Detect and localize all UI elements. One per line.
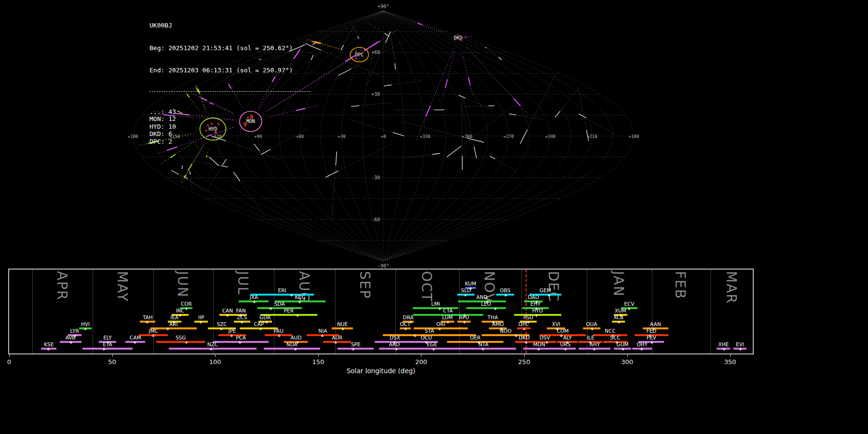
peak-marker: + <box>438 326 441 331</box>
map-meridian <box>383 11 425 261</box>
peak-marker: + <box>482 346 485 352</box>
sporadic-path <box>447 146 461 157</box>
sporadic-path <box>358 36 359 39</box>
peak-marker: + <box>438 306 441 311</box>
count-line: HYD: 10 <box>149 123 311 131</box>
meteor-path <box>364 41 380 51</box>
sporadic-path <box>385 32 390 43</box>
peak-marker: + <box>290 292 293 298</box>
sporadic-path <box>474 147 476 159</box>
peak-marker: + <box>210 346 213 352</box>
peak-marker: + <box>504 292 507 298</box>
map-lat-label: +30 <box>371 92 380 97</box>
month-gridline <box>274 270 274 353</box>
peak-marker: + <box>352 346 354 352</box>
meteor-backtrack <box>462 52 473 95</box>
session-end: End: 20251203 06:13:31 (sol = 250.97°) <box>149 67 311 74</box>
month-label: FEB <box>672 271 688 299</box>
month-gridline <box>32 270 33 353</box>
map-lon-label: +180 <box>128 134 138 139</box>
peak-marker: + <box>515 333 517 338</box>
peak-marker: + <box>102 346 105 352</box>
peak-marker: + <box>545 339 548 345</box>
sporadic-path <box>171 170 179 175</box>
count-line: ...: 43 <box>149 108 311 116</box>
map-lon-label: +270 <box>503 134 514 139</box>
map-lon-label: +180 <box>628 134 639 139</box>
peak-marker: + <box>238 339 241 345</box>
peak-marker: + <box>230 333 233 338</box>
month-label: JAN <box>610 271 626 297</box>
x-tick-mark <box>318 354 319 357</box>
peak-marker: + <box>179 312 182 318</box>
peak-marker: + <box>199 319 202 325</box>
shower-bar <box>466 307 505 309</box>
x-tick-mark <box>730 354 731 357</box>
month-gridline <box>153 270 154 353</box>
map-lon-label: +30 <box>338 134 345 139</box>
sporadic-path <box>326 171 339 177</box>
month-label: MAR <box>723 271 739 304</box>
sporadic-path <box>459 95 465 98</box>
shower-code-label: PER <box>284 308 294 313</box>
meteor-path <box>445 80 447 88</box>
x-tick-label: 300 <box>621 358 633 366</box>
meteor-path <box>468 77 470 85</box>
x-tick-label: 50 <box>108 358 116 366</box>
peak-marker: + <box>447 319 449 325</box>
sporadic-path <box>490 156 495 159</box>
peak-marker: + <box>278 333 281 338</box>
sporadic-path <box>336 151 337 165</box>
sporadic-path <box>393 133 404 136</box>
shower-code-label: FED <box>646 328 656 334</box>
peak-marker: + <box>560 333 563 338</box>
peak-marker: + <box>564 346 567 352</box>
sporadic-path <box>520 130 528 144</box>
meteor-observation-plot: UK00BJ Beg: 20251202 21:53:41 (sol = 250… <box>0 0 868 434</box>
month-gridline <box>93 270 93 353</box>
meteor-path <box>514 98 520 106</box>
session-info: UK00BJ Beg: 20251202 21:53:41 (sol = 250… <box>149 7 311 160</box>
x-tick-mark <box>112 354 113 357</box>
peak-marker: + <box>334 339 337 345</box>
month-gridline <box>710 270 711 353</box>
peak-marker: + <box>547 292 550 298</box>
x-tick-label: 200 <box>415 358 427 366</box>
month-label: SEP <box>357 271 373 299</box>
month-label: JUL <box>235 271 251 295</box>
meteor-backtrack <box>416 47 454 140</box>
shower-code-label: STA <box>425 328 434 334</box>
count-line: DPC: 2 <box>149 138 311 146</box>
x-tick-mark <box>627 354 628 357</box>
map-lon-label: +0 <box>381 134 386 139</box>
shower-bar <box>515 341 533 343</box>
peak-marker: + <box>226 312 229 318</box>
shower-bar <box>447 341 503 343</box>
peak-marker: + <box>432 346 435 352</box>
peak-marker: + <box>321 333 324 338</box>
peak-marker: + <box>341 326 344 331</box>
count-line: DKD: 6 <box>149 130 311 138</box>
map-lat-label: +90° <box>378 4 389 9</box>
map-lat-label: -60 <box>371 217 380 222</box>
peak-marker: + <box>640 346 643 352</box>
sporadic-path <box>433 153 440 154</box>
peak-marker: + <box>166 326 169 331</box>
separator-line <box>149 91 311 92</box>
map-meridian <box>383 11 613 261</box>
shower-code-label: NOO <box>500 328 511 334</box>
shower-code-label: ARD <box>389 342 400 347</box>
peak-marker: + <box>69 339 72 345</box>
shower-code-label: LEO <box>481 301 491 307</box>
map-meridian <box>321 11 383 261</box>
shower-code-label: DKD <box>518 335 529 340</box>
sporadic-path <box>233 172 240 181</box>
sporadic-path <box>555 111 560 117</box>
map-lon-label: +300 <box>461 134 472 139</box>
shower-bar <box>258 307 302 309</box>
shower-code-label: AUR <box>332 335 342 340</box>
x-tick-label: 350 <box>724 358 736 366</box>
peak-marker: + <box>185 339 188 345</box>
peak-marker: + <box>463 319 466 325</box>
peak-marker: + <box>134 339 136 345</box>
